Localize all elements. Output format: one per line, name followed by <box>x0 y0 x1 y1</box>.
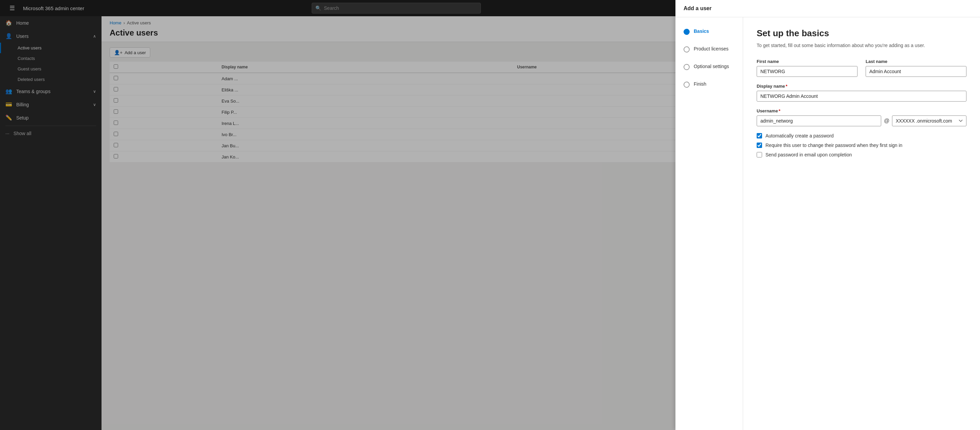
panel-title: Add a user <box>684 5 712 11</box>
step-label-finish: Finish <box>694 81 706 87</box>
display-name-group: Display name* <box>757 84 966 102</box>
step-optional-settings[interactable]: Optional settings <box>684 63 735 81</box>
name-row: First name Last name <box>757 59 966 77</box>
auto-password-checkbox-item[interactable]: Automatically create a password <box>757 133 966 139</box>
require-change-label: Require this user to change their passwo… <box>765 143 902 148</box>
display-name-row: Display name* <box>757 84 966 102</box>
step-finish[interactable]: Finish <box>684 81 735 88</box>
step-product-licenses[interactable]: Product licenses <box>684 46 735 63</box>
step-label-licenses: Product licenses <box>694 46 729 51</box>
first-name-input[interactable] <box>757 66 858 77</box>
step-basics[interactable]: Basics <box>684 28 735 46</box>
display-name-label: Display name* <box>757 84 966 89</box>
first-name-label: First name <box>757 59 858 64</box>
auto-password-label: Automatically create a password <box>765 133 834 139</box>
send-email-checkbox[interactable] <box>757 152 762 158</box>
step-label-optional: Optional settings <box>694 63 729 69</box>
username-domains-row: Username* @ XXXXXX .onmicrosoft.com <box>757 108 966 126</box>
panel-header: Add a user <box>675 0 980 17</box>
form-area: Set up the basics To get started, fill o… <box>743 17 980 430</box>
username-row: @ XXXXXX .onmicrosoft.com <box>757 115 966 126</box>
last-name-input[interactable] <box>865 66 966 77</box>
send-email-label: Send password in email upon completion <box>765 152 852 158</box>
checkbox-group: Automatically create a password Require … <box>757 133 966 158</box>
require-change-checkbox[interactable] <box>757 143 762 148</box>
domain-select[interactable]: XXXXXX .onmicrosoft.com <box>892 115 966 126</box>
display-name-input[interactable] <box>757 91 966 102</box>
username-group: Username* @ XXXXXX .onmicrosoft.com <box>757 108 966 126</box>
add-user-panel: Add a user Basics Product licens <box>675 0 980 430</box>
panel-backdrop[interactable] <box>0 0 675 430</box>
username-input[interactable] <box>757 115 881 126</box>
form-title: Set up the basics <box>757 28 966 38</box>
step-label-basics: Basics <box>694 28 709 34</box>
step-circle-basics <box>684 29 690 35</box>
send-email-checkbox-item[interactable]: Send password in email upon completion <box>757 152 966 158</box>
step-circle-licenses <box>684 46 690 53</box>
username-label: Username* <box>757 108 966 113</box>
require-change-checkbox-item[interactable]: Require this user to change their passwo… <box>757 143 966 148</box>
panel-overlay: Add a user Basics Product licens <box>0 0 980 430</box>
auto-password-checkbox[interactable] <box>757 133 762 139</box>
first-name-group: First name <box>757 59 858 77</box>
step-circle-finish <box>684 81 690 88</box>
last-name-label: Last name <box>865 59 966 64</box>
steps-sidebar: Basics Product licenses Optional setting… <box>675 17 743 430</box>
panel-body: Basics Product licenses Optional setting… <box>675 17 980 430</box>
last-name-group: Last name <box>865 59 966 77</box>
form-subtitle: To get started, fill out some basic info… <box>757 43 966 48</box>
step-circle-optional <box>684 64 690 70</box>
at-symbol: @ <box>884 118 889 124</box>
